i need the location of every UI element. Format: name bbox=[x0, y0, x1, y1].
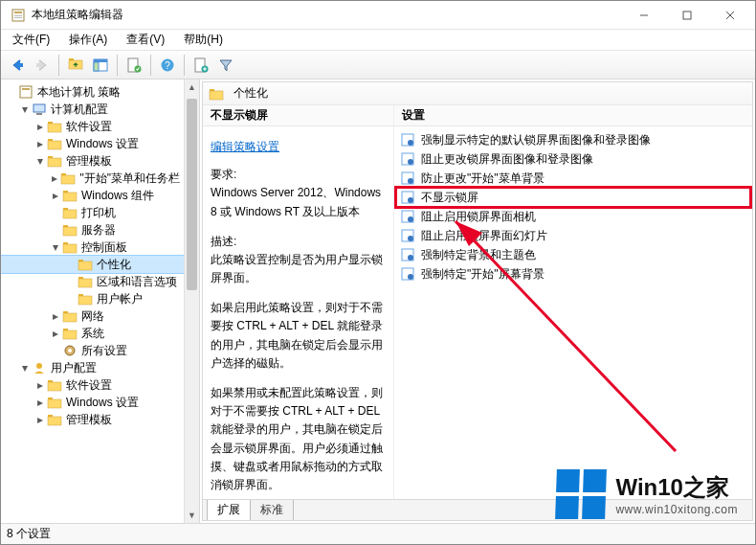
svg-point-67 bbox=[408, 197, 413, 203]
svg-rect-38 bbox=[63, 244, 77, 253]
svg-rect-59 bbox=[210, 91, 223, 100]
setting-item-highlight[interactable]: 不显示锁屏 bbox=[396, 188, 750, 207]
requirements-text: Windows Server 2012、Windows 8 或 Windows … bbox=[211, 184, 386, 220]
tree-root[interactable]: ▸本地计算机 策略 bbox=[1, 83, 184, 101]
svg-rect-26 bbox=[48, 141, 61, 149]
svg-rect-44 bbox=[78, 296, 92, 305]
svg-rect-46 bbox=[63, 313, 77, 322]
tree-u-windows[interactable]: ▸Windows 设置 bbox=[1, 394, 184, 411]
show-hide-tree-button[interactable] bbox=[89, 54, 112, 77]
settings-list: 强制显示特定的默认锁屏界面图像和登录图像 阻止更改锁屏界面图像和登录图像 防止更… bbox=[394, 126, 752, 499]
svg-rect-1 bbox=[14, 11, 22, 13]
tree-control-panel[interactable]: ▾控制面板 bbox=[1, 238, 184, 256]
path-bar: 个性化 bbox=[203, 82, 752, 105]
policy-item-icon bbox=[400, 228, 415, 243]
help-button[interactable]: ? bbox=[156, 54, 179, 77]
description-p3: 如果禁用或未配置此策略设置，则对于不需要按 CTRL + ALT + DEL 就… bbox=[211, 384, 386, 494]
properties-button[interactable] bbox=[122, 54, 145, 77]
setting-item[interactable]: 阻止更改锁屏界面图像和登录图像 bbox=[396, 149, 750, 169]
svg-text:?: ? bbox=[165, 60, 170, 71]
svg-rect-20 bbox=[22, 88, 30, 90]
policy-icon bbox=[18, 84, 33, 100]
menu-file[interactable]: 文件(F) bbox=[5, 30, 57, 50]
folder-icon bbox=[47, 377, 62, 393]
svg-rect-57 bbox=[48, 417, 61, 425]
edit-policy-link[interactable]: 编辑策略设置 bbox=[211, 140, 279, 153]
folder-icon bbox=[47, 412, 62, 427]
status-text: 8 个设置 bbox=[7, 526, 51, 542]
back-button[interactable] bbox=[6, 54, 29, 77]
setting-item[interactable]: 强制特定背景和主题色 bbox=[396, 245, 750, 264]
tree-scrollbar[interactable]: ▲ ▼ bbox=[184, 79, 199, 523]
tree-software-settings[interactable]: ▸软件设置 bbox=[1, 118, 184, 135]
menu-help[interactable]: 帮助(H) bbox=[176, 30, 231, 50]
tree-user-accounts[interactable]: ▸用户帐户 bbox=[1, 290, 184, 307]
folder-icon bbox=[62, 205, 78, 220]
folder-icon bbox=[62, 308, 78, 324]
svg-rect-22 bbox=[36, 113, 42, 115]
policy-item-icon bbox=[400, 247, 415, 262]
tree-personalization[interactable]: ▸个性化 bbox=[1, 256, 184, 273]
close-button[interactable] bbox=[708, 1, 751, 30]
tree-start-taskbar[interactable]: ▸"开始"菜单和任务栏 bbox=[1, 170, 184, 187]
menu-view[interactable]: 查看(V) bbox=[119, 30, 172, 50]
tree-user-config[interactable]: ▾用户配置 bbox=[1, 359, 184, 376]
tree-regional-lang[interactable]: ▸区域和语言选项 bbox=[1, 273, 184, 290]
svg-rect-34 bbox=[63, 210, 77, 218]
nav-tree[interactable]: ▸本地计算机 策略 ▾计算机配置 ▸软件设置 ▸Windows 设置 ▾管理模板… bbox=[1, 83, 199, 428]
scroll-thumb[interactable] bbox=[187, 99, 197, 290]
svg-rect-5 bbox=[683, 11, 691, 19]
svg-point-61 bbox=[408, 140, 413, 146]
maximize-button[interactable] bbox=[665, 1, 708, 30]
scroll-down-icon[interactable]: ▼ bbox=[185, 508, 199, 523]
menu-action[interactable]: 操作(A) bbox=[61, 30, 115, 50]
tab-standard[interactable]: 标准 bbox=[250, 500, 294, 521]
svg-point-51 bbox=[36, 363, 42, 369]
setting-item[interactable]: 阻止启用锁屏界面幻灯片 bbox=[396, 226, 750, 245]
svg-rect-28 bbox=[48, 158, 61, 167]
minimize-button[interactable] bbox=[622, 1, 665, 30]
setting-item[interactable]: 阻止启用锁屏界面相机 bbox=[396, 207, 750, 226]
svg-rect-42 bbox=[78, 279, 92, 287]
filter-button[interactable] bbox=[214, 54, 237, 77]
tree-windows-components[interactable]: ▸Windows 组件 bbox=[1, 187, 184, 204]
folder-icon bbox=[47, 395, 62, 410]
tree-windows-settings[interactable]: ▸Windows 设置 bbox=[1, 135, 184, 152]
svg-point-71 bbox=[408, 236, 413, 241]
svg-rect-48 bbox=[63, 330, 77, 339]
tree-computer-config[interactable]: ▾计算机配置 bbox=[1, 101, 184, 118]
setting-item[interactable]: 强制显示特定的默认锁屏界面图像和登录图像 bbox=[396, 130, 750, 149]
svg-rect-32 bbox=[63, 193, 77, 201]
path-label: 个性化 bbox=[233, 85, 268, 102]
svg-point-69 bbox=[408, 216, 413, 222]
svg-rect-30 bbox=[61, 175, 75, 184]
setting-item[interactable]: 防止更改"开始"菜单背景 bbox=[396, 169, 750, 188]
user-icon bbox=[32, 360, 47, 375]
policy-item-icon bbox=[400, 151, 415, 167]
tree-all-settings[interactable]: ▸所有设置 bbox=[1, 342, 184, 359]
svg-rect-12 bbox=[94, 62, 99, 71]
tree-server[interactable]: ▸服务器 bbox=[1, 221, 184, 238]
folder-icon bbox=[60, 170, 76, 186]
svg-point-65 bbox=[408, 178, 413, 184]
tree-u-software[interactable]: ▸软件设置 bbox=[1, 376, 184, 394]
policy-item-icon bbox=[400, 209, 415, 224]
tree-system[interactable]: ▸系统 bbox=[1, 325, 184, 342]
forward-button[interactable] bbox=[31, 54, 54, 77]
up-button[interactable] bbox=[64, 54, 87, 77]
settings-head[interactable]: 设置 bbox=[394, 105, 752, 126]
content-pane: 个性化 不显示锁屏 编辑策略设置 要求: Windows Server 2012… bbox=[200, 79, 755, 523]
setting-item[interactable]: 强制特定"开始"屏幕背景 bbox=[396, 264, 750, 284]
scroll-up-icon[interactable]: ▲ bbox=[185, 79, 199, 95]
filter-options-button[interactable] bbox=[189, 54, 212, 77]
tree-printers[interactable]: ▸打印机 bbox=[1, 204, 184, 221]
svg-rect-55 bbox=[48, 399, 61, 408]
tree-u-admin[interactable]: ▸管理模板 bbox=[1, 411, 184, 428]
tab-extended[interactable]: 扩展 bbox=[207, 500, 251, 521]
folder-icon bbox=[62, 188, 78, 203]
svg-rect-2 bbox=[14, 15, 22, 16]
tree-admin-templates[interactable]: ▾管理模板 bbox=[1, 152, 184, 170]
computer-icon bbox=[32, 102, 47, 117]
svg-rect-53 bbox=[48, 382, 61, 391]
tree-network[interactable]: ▸网络 bbox=[1, 307, 184, 325]
